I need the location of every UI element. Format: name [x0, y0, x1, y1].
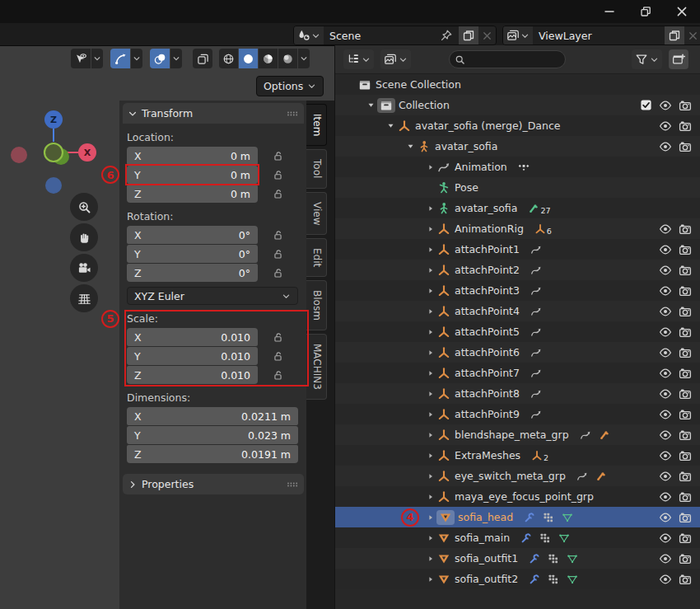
outliner-row[interactable]: attachPoint8 — [335, 383, 700, 404]
transform-field-y[interactable]: Y0 m — [127, 166, 258, 184]
view-navigation-gizmo[interactable]: Z X — [8, 105, 99, 200]
outliner-row[interactable]: avatar_sofia (merge)_Dance — [335, 115, 700, 136]
outliner-row[interactable]: AnimationRig6 — [335, 218, 700, 239]
camera-icon[interactable] — [675, 363, 695, 383]
shading-solid-button[interactable] — [239, 49, 258, 68]
outliner-row[interactable]: attachPoint9 — [335, 404, 700, 424]
eye-icon[interactable] — [656, 115, 675, 136]
disclosure-triangle[interactable] — [424, 307, 436, 316]
disclosure-triangle[interactable] — [424, 493, 436, 501]
transform-field-y[interactable]: Y0.023 m — [127, 426, 298, 444]
eye-icon[interactable] — [656, 404, 675, 424]
transform-field-x[interactable]: X0.0211 m — [127, 407, 298, 425]
eye-icon[interactable] — [656, 342, 675, 363]
disclosure-triangle[interactable] — [424, 575, 436, 583]
disclosure-triangle[interactable] — [424, 369, 436, 377]
transform-field-z[interactable]: Z0° — [127, 264, 258, 282]
outliner-row[interactable]: attachPoint3 — [335, 280, 700, 301]
eye-icon[interactable] — [656, 548, 675, 569]
camera-icon[interactable] — [675, 486, 695, 507]
eye-icon[interactable] — [656, 445, 675, 466]
chevron-down-icon[interactable] — [170, 49, 182, 68]
rotation-mode-dropdown[interactable]: XYZ Euler — [127, 287, 298, 305]
scene-unlink-button[interactable] — [478, 26, 496, 45]
toggle-xray-button[interactable] — [193, 49, 212, 68]
disclosure-triangle[interactable] — [424, 328, 436, 336]
disclosure-triangle[interactable] — [424, 390, 436, 398]
new-collection-button[interactable] — [669, 49, 688, 69]
disclosure-triangle[interactable] — [424, 513, 436, 522]
disclosure-triangle[interactable] — [424, 431, 436, 439]
camera-icon[interactable] — [675, 383, 695, 404]
disclosure-triangle[interactable] — [385, 121, 397, 130]
disclosure-triangle[interactable] — [424, 266, 436, 274]
disclosure-triangle[interactable] — [424, 534, 436, 542]
outliner-row[interactable]: attachPoint5 — [335, 321, 700, 342]
outliner-row[interactable]: attachPoint4 — [335, 301, 700, 321]
chevron-down-icon[interactable] — [91, 49, 103, 68]
camera-icon[interactable] — [675, 527, 695, 548]
camera-icon[interactable] — [675, 280, 695, 301]
eye-icon[interactable] — [656, 280, 675, 301]
eye-icon[interactable] — [656, 424, 675, 445]
chevron-down-icon[interactable] — [131, 49, 142, 68]
camera-icon[interactable] — [675, 404, 695, 424]
eye-icon[interactable] — [656, 321, 675, 342]
camera-icon[interactable] — [675, 321, 695, 342]
camera-icon[interactable] — [675, 424, 695, 445]
toggle-orthographic-button[interactable] — [70, 284, 98, 312]
minimize-button[interactable] — [591, 0, 628, 23]
viewlayer-new-button[interactable] — [665, 26, 684, 45]
scene-new-button[interactable] — [459, 26, 478, 45]
transform-field-x[interactable]: X0 m — [127, 147, 258, 165]
outliner-row[interactable]: attachPoint1 — [335, 239, 700, 260]
transform-field-z[interactable]: Z0 m — [127, 185, 258, 203]
lock-icon[interactable] — [258, 188, 298, 200]
transform-panel-header[interactable]: Transform — [123, 103, 304, 124]
disclosure-triangle[interactable] — [424, 287, 436, 295]
filter-button[interactable] — [632, 49, 662, 69]
camera-icon[interactable] — [675, 260, 695, 280]
panel-grip-icon[interactable] — [286, 107, 299, 120]
camera-icon[interactable] — [675, 95, 695, 115]
eye-icon[interactable] — [656, 239, 675, 260]
show-overlays-button[interactable] — [150, 49, 170, 68]
viewlayer-remove-button[interactable] — [684, 26, 700, 45]
disclosure-triangle[interactable] — [424, 349, 436, 357]
camera-icon[interactable] — [675, 507, 695, 527]
disclosure-triangle[interactable] — [424, 163, 436, 171]
tab-machin3[interactable]: MACHIN3 — [306, 334, 327, 400]
outliner-row[interactable]: eye_switch_meta_grp — [335, 466, 700, 486]
panel-grip-icon[interactable] — [286, 478, 299, 491]
disclosure-triangle[interactable] — [365, 101, 377, 110]
outliner-row[interactable]: Animation — [335, 157, 700, 177]
transform-field-z[interactable]: Z0.010 — [127, 366, 258, 384]
transform-field-y[interactable]: Y0° — [127, 245, 258, 263]
editor-type-button[interactable] — [343, 49, 374, 69]
outliner-row[interactable]: attachPoint6 — [335, 342, 700, 363]
eye-icon[interactable] — [656, 136, 675, 157]
object-type-visibility-button[interactable] — [71, 49, 91, 68]
show-gizmos-button[interactable] — [110, 49, 130, 68]
camera-icon[interactable] — [675, 548, 695, 569]
disclosure-triangle[interactable] — [424, 246, 436, 254]
checkbox-icon[interactable] — [636, 95, 656, 115]
tab-edit[interactable]: Edit — [306, 238, 327, 277]
shading-wireframe-button[interactable] — [219, 49, 238, 68]
tab-blosm[interactable]: Blosm — [306, 280, 327, 330]
camera-icon[interactable] — [675, 136, 695, 157]
camera-icon[interactable] — [675, 301, 695, 321]
outliner-search[interactable] — [449, 50, 566, 68]
lock-icon[interactable] — [258, 169, 298, 181]
lock-icon[interactable] — [258, 331, 298, 344]
camera-icon[interactable] — [675, 445, 695, 466]
outliner-row[interactable]: sofia_outfit2 — [335, 569, 700, 589]
outliner-row[interactable]: attachPoint2 — [335, 260, 700, 280]
options-button[interactable]: Options — [256, 76, 324, 96]
lock-icon[interactable] — [258, 369, 298, 382]
camera-icon[interactable] — [675, 342, 695, 363]
eye-icon[interactable] — [656, 383, 675, 404]
lock-icon[interactable] — [258, 267, 298, 279]
disclosure-triangle[interactable] — [404, 142, 417, 151]
close-button[interactable] — [664, 0, 700, 23]
